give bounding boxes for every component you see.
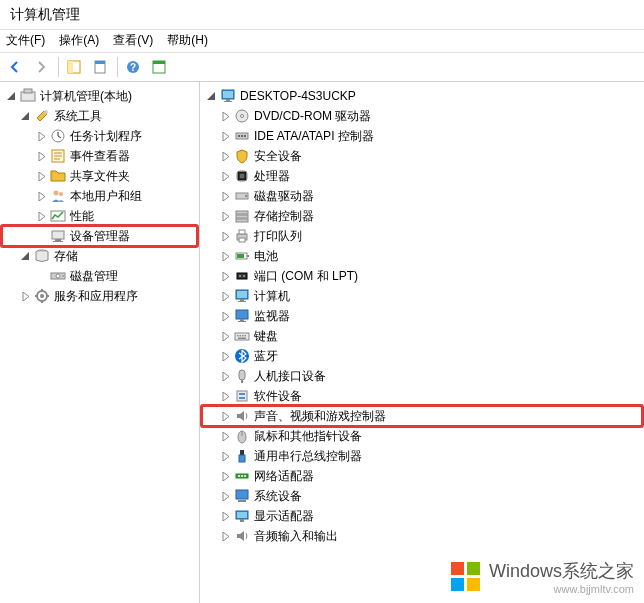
expand-toggle[interactable] bbox=[34, 149, 48, 163]
expand-toggle[interactable] bbox=[218, 229, 232, 243]
tree-item-performance[interactable]: 性能 bbox=[2, 206, 197, 226]
expand-toggle[interactable] bbox=[204, 89, 218, 103]
tree-item-label: 计算机 bbox=[254, 288, 290, 305]
device-category-mouse[interactable]: 鼠标和其他指针设备 bbox=[202, 426, 642, 446]
toolbar-back-button[interactable] bbox=[4, 55, 28, 79]
mgmt-icon bbox=[20, 88, 36, 104]
expand-toggle[interactable] bbox=[218, 429, 232, 443]
expand-toggle[interactable] bbox=[218, 289, 232, 303]
toolbar-extra-button[interactable] bbox=[148, 55, 172, 79]
menu-help[interactable]: 帮助(H) bbox=[167, 32, 208, 50]
expand-toggle[interactable] bbox=[218, 349, 232, 363]
expand-toggle[interactable] bbox=[218, 269, 232, 283]
tree-item-services[interactable]: 服务和应用程序 bbox=[2, 286, 197, 306]
expand-toggle[interactable] bbox=[34, 209, 48, 223]
device-category-dvd[interactable]: DVD/CD-ROM 驱动器 bbox=[202, 106, 642, 126]
device-category-port[interactable]: 端口 (COM 和 LPT) bbox=[202, 266, 642, 286]
tree-item-users[interactable]: 本地用户和组 bbox=[2, 186, 197, 206]
expand-toggle[interactable] bbox=[218, 449, 232, 463]
expand-toggle[interactable] bbox=[218, 409, 232, 423]
svg-rect-78 bbox=[236, 490, 248, 499]
tree-root-computer-management[interactable]: 计算机管理(本地) bbox=[2, 86, 197, 106]
expand-toggle[interactable] bbox=[218, 389, 232, 403]
expand-toggle[interactable] bbox=[218, 329, 232, 343]
expand-toggle[interactable] bbox=[18, 109, 32, 123]
device-category-bluetooth[interactable]: 蓝牙 bbox=[202, 346, 642, 366]
tree-item-diskmgr[interactable]: 磁盘管理 bbox=[2, 266, 197, 286]
svg-rect-36 bbox=[240, 174, 244, 178]
toolbar-help-button[interactable]: ? bbox=[122, 55, 146, 79]
expand-toggle[interactable] bbox=[218, 369, 232, 383]
device-category-sound[interactable]: 声音、视频和游戏控制器 bbox=[202, 406, 642, 426]
tree-item-devicemgr[interactable]: 设备管理器 bbox=[2, 226, 197, 246]
expand-toggle[interactable] bbox=[218, 509, 232, 523]
tree-item-eventviewer[interactable]: 事件查看器 bbox=[2, 146, 197, 166]
device-category-battery[interactable]: 电池 bbox=[202, 246, 642, 266]
expand-toggle[interactable] bbox=[218, 529, 232, 543]
device-category-hid[interactable]: 人机接口设备 bbox=[202, 366, 642, 386]
svg-rect-34 bbox=[244, 135, 246, 137]
device-category-display[interactable]: 显示适配器 bbox=[202, 506, 642, 526]
expand-toggle[interactable] bbox=[18, 249, 32, 263]
storage-icon bbox=[34, 248, 50, 264]
device-category-computer[interactable]: 计算机 bbox=[202, 286, 642, 306]
svg-rect-43 bbox=[239, 230, 245, 234]
expand-toggle[interactable] bbox=[34, 189, 48, 203]
device-category-usb[interactable]: 通用串行总线控制器 bbox=[202, 446, 642, 466]
toolbar-properties-button[interactable] bbox=[89, 55, 113, 79]
device-category-audio[interactable]: 音频输入和输出 bbox=[202, 526, 642, 546]
expand-toggle[interactable] bbox=[218, 309, 232, 323]
toolbar-forward-button[interactable] bbox=[30, 55, 54, 79]
tree-item-tools[interactable]: 系统工具 bbox=[2, 106, 197, 126]
device-category-network[interactable]: 网络适配器 bbox=[202, 466, 642, 486]
svg-rect-17 bbox=[55, 239, 61, 241]
svg-rect-1 bbox=[68, 61, 73, 73]
device-category-keyboard[interactable]: 键盘 bbox=[202, 326, 642, 346]
expand-toggle[interactable] bbox=[218, 169, 232, 183]
expand-toggle[interactable] bbox=[34, 169, 48, 183]
expand-toggle[interactable] bbox=[218, 209, 232, 223]
expand-toggle[interactable] bbox=[18, 289, 32, 303]
menu-action[interactable]: 操作(A) bbox=[59, 32, 99, 50]
device-category-security[interactable]: 安全设备 bbox=[202, 146, 642, 166]
expand-toggle[interactable] bbox=[218, 469, 232, 483]
device-category-software[interactable]: 软件设备 bbox=[202, 386, 642, 406]
menu-view[interactable]: 查看(V) bbox=[113, 32, 153, 50]
expand-toggle[interactable] bbox=[218, 129, 232, 143]
mouse-icon bbox=[234, 428, 250, 444]
device-category-printer[interactable]: 打印队列 bbox=[202, 226, 642, 246]
network-icon bbox=[234, 468, 250, 484]
svg-point-50 bbox=[243, 275, 245, 277]
device-category-system[interactable]: 系统设备 bbox=[202, 486, 642, 506]
expand-toggle[interactable] bbox=[218, 109, 232, 123]
expand-toggle[interactable] bbox=[218, 489, 232, 503]
device-category-monitor[interactable]: 监视器 bbox=[202, 306, 642, 326]
tree-item-scheduler[interactable]: 任务计划程序 bbox=[2, 126, 197, 146]
tree-item-storage[interactable]: 存储 bbox=[2, 246, 197, 266]
watermark-url: www.bjjmltv.com bbox=[489, 583, 634, 595]
svg-rect-69 bbox=[239, 397, 245, 399]
menu-file[interactable]: 文件(F) bbox=[6, 32, 45, 50]
svg-rect-53 bbox=[240, 299, 244, 301]
tree-item-sharedfolders[interactable]: 共享文件夹 bbox=[2, 166, 197, 186]
tree-item-label: IDE ATA/ATAPI 控制器 bbox=[254, 128, 374, 145]
device-category-ide[interactable]: IDE ATA/ATAPI 控制器 bbox=[202, 126, 642, 146]
svg-rect-72 bbox=[240, 450, 244, 455]
expand-toggle[interactable] bbox=[218, 149, 232, 163]
device-root[interactable]: DESKTOP-4S3UCKP bbox=[202, 86, 642, 106]
devicemgr-icon bbox=[50, 228, 66, 244]
properties-icon bbox=[92, 59, 108, 75]
device-category-storagectl[interactable]: 存储控制器 bbox=[202, 206, 642, 226]
svg-rect-52 bbox=[237, 291, 247, 298]
expand-toggle[interactable] bbox=[4, 89, 18, 103]
expand-toggle[interactable] bbox=[34, 129, 48, 143]
expand-toggle[interactable] bbox=[218, 189, 232, 203]
computer-icon bbox=[234, 288, 250, 304]
toolbar-show-hide-button[interactable] bbox=[63, 55, 87, 79]
device-category-disk[interactable]: 磁盘驱动器 bbox=[202, 186, 642, 206]
display-icon bbox=[234, 508, 250, 524]
expand-toggle[interactable] bbox=[218, 249, 232, 263]
device-category-cpu[interactable]: 处理器 bbox=[202, 166, 642, 186]
sound-icon bbox=[234, 408, 250, 424]
svg-rect-79 bbox=[238, 500, 246, 502]
